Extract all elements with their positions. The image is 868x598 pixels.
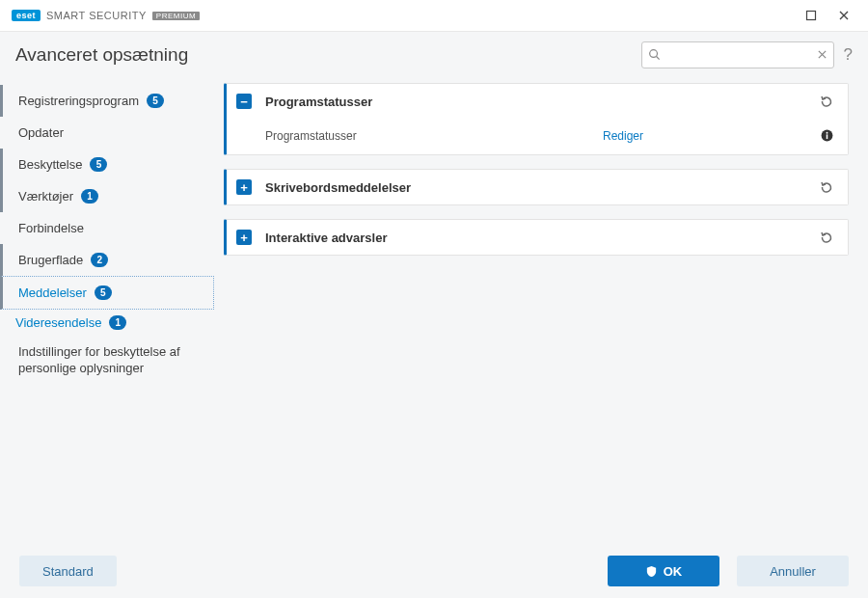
svg-point-1	[649, 50, 657, 58]
brand-name: SMART SECURITY	[46, 10, 147, 21]
footer: Standard OK Annuller	[0, 544, 868, 598]
panel-skrivebordsmeddelelser: + Skrivebordsmeddelelser	[224, 169, 849, 205]
count-badge: 5	[90, 157, 107, 172]
count-badge: 2	[91, 253, 108, 267]
ok-label: OK	[664, 564, 683, 579]
sidebar-item-label: Meddelelser	[18, 285, 87, 300]
panel-programstatusser: − Programstatusser Programstatusser Redi…	[224, 83, 849, 155]
close-icon	[838, 10, 850, 21]
collapse-icon: −	[236, 94, 252, 109]
expand-icon: +	[236, 230, 252, 245]
brand-badge: eset	[12, 10, 41, 21]
header: Avanceret opsætning ?	[0, 31, 868, 77]
sidebar-item-opdater[interactable]: Opdater	[0, 117, 214, 149]
maximize-icon	[805, 10, 817, 21]
standard-button[interactable]: Standard	[19, 556, 117, 586]
sidebar-item-label: Brugerflade	[18, 253, 83, 267]
cancel-button[interactable]: Annuller	[737, 556, 849, 586]
content-area: − Programstatusser Programstatusser Redi…	[214, 77, 868, 544]
window-close-button[interactable]	[827, 2, 860, 29]
edit-link[interactable]: Rediger	[603, 129, 643, 143]
sidebar-item-forbindelse[interactable]: Forbindelse	[0, 212, 214, 244]
sidebar-item-label: Værktøjer	[18, 189, 73, 204]
panel-header[interactable]: − Programstatusser	[227, 84, 848, 119]
panel-header[interactable]: + Interaktive advarsler	[227, 220, 848, 255]
panel-row: Programstatusser Rediger	[227, 119, 848, 154]
panel-title: Interaktive advarsler	[265, 231, 819, 245]
shield-icon	[645, 565, 658, 578]
count-badge: 1	[81, 189, 98, 204]
search-input[interactable]	[661, 48, 817, 62]
sidebar-item-label: Indstillinger for beskyttelse af personl…	[18, 344, 203, 377]
panel-title: Programstatusser	[265, 95, 819, 109]
reset-icon[interactable]	[819, 230, 834, 245]
sidebar: Registreringsprogram 5 Opdater Beskyttel…	[0, 77, 214, 544]
page-title: Avanceret opsætning	[15, 44, 188, 66]
sidebar-item-label: Beskyttelse	[18, 157, 82, 172]
sidebar-item-label: Forbindelse	[18, 221, 84, 235]
title-bar: eset SMART SECURITY PREMIUM	[0, 0, 868, 31]
reset-icon[interactable]	[819, 179, 834, 195]
brand-logo: eset SMART SECURITY PREMIUM	[12, 10, 200, 21]
svg-rect-4	[827, 134, 828, 139]
sidebar-item-registreringsprogram[interactable]: Registreringsprogram 5	[0, 85, 214, 117]
sidebar-item-label: Registreringsprogram	[18, 94, 139, 108]
count-badge: 1	[109, 315, 126, 330]
count-badge: 5	[95, 285, 112, 300]
panel-header[interactable]: + Skrivebordsmeddelelser	[227, 170, 848, 204]
panel-interaktive-advarsler: + Interaktive advarsler	[224, 219, 849, 256]
svg-rect-0	[807, 12, 816, 20]
sidebar-item-vaerktoejer[interactable]: Værktøjer 1	[0, 180, 214, 212]
clear-search-icon[interactable]	[817, 49, 827, 60]
sidebar-item-brugerflade[interactable]: Brugerflade 2	[0, 244, 214, 276]
search-icon	[648, 48, 661, 61]
sidebar-item-beskyttelse[interactable]: Beskyttelse 5	[0, 149, 214, 180]
info-icon[interactable]	[820, 128, 834, 143]
sidebar-item-label: Opdater	[18, 125, 64, 140]
search-field[interactable]	[641, 41, 834, 68]
sidebar-subitem-videresendelse[interactable]: Videresendelse 1	[0, 310, 214, 336]
reset-icon[interactable]	[819, 94, 834, 109]
panel-title: Skrivebordsmeddelelser	[265, 180, 819, 195]
brand-edition: PREMIUM	[152, 12, 200, 20]
sidebar-item-label: Videresendelse	[15, 315, 101, 330]
sidebar-item-privacy-settings[interactable]: Indstillinger for beskyttelse af personl…	[0, 336, 214, 386]
body: Registreringsprogram 5 Opdater Beskyttel…	[0, 77, 868, 544]
svg-point-3	[827, 132, 828, 134]
help-button[interactable]: ?	[844, 45, 853, 65]
expand-icon: +	[236, 179, 252, 195]
row-label: Programstatusser	[265, 129, 603, 143]
ok-button[interactable]: OK	[608, 556, 719, 586]
sidebar-item-meddelelser[interactable]: Meddelelser 5	[0, 276, 214, 310]
window-maximize-button[interactable]	[795, 2, 827, 29]
count-badge: 5	[147, 94, 164, 108]
